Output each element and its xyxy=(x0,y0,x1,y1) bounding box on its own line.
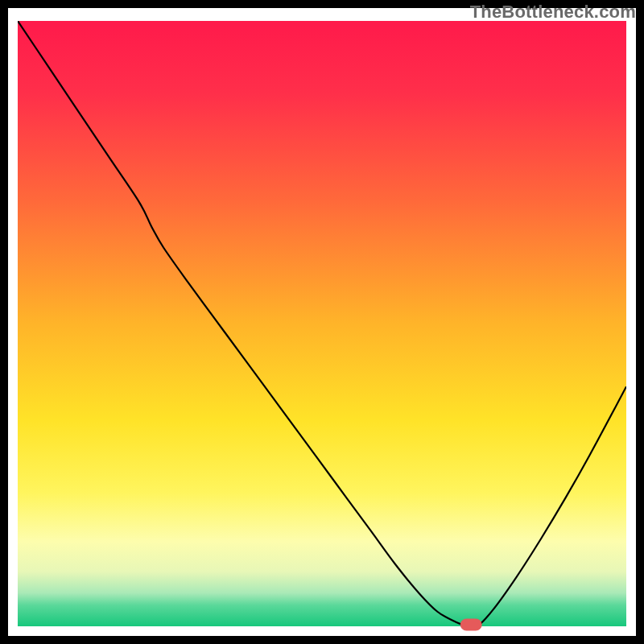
chart-stage: TheBottleneck.com xyxy=(0,0,644,644)
plot-background xyxy=(18,21,626,626)
watermark-label: TheBottleneck.com xyxy=(470,2,636,23)
bottleneck-chart xyxy=(0,0,644,644)
minimum-marker xyxy=(460,619,481,630)
